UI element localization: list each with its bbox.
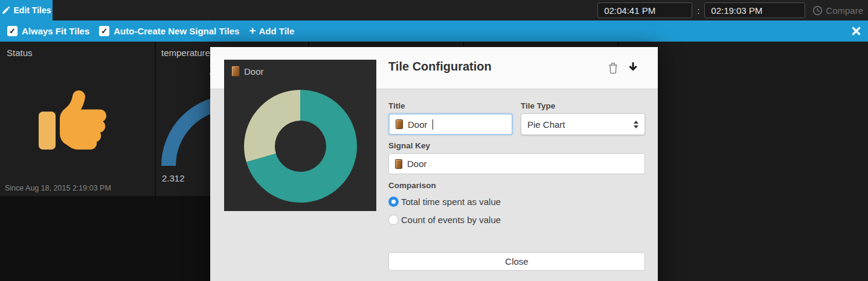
status-tile-title: Status (7, 48, 33, 58)
clock-icon (812, 5, 823, 16)
title-input-value: Door (408, 119, 428, 130)
signal-key-label: Signal Key (388, 141, 430, 150)
edit-tiles-screen: Edit Tiles 02:04:41 PM : 02:19:03 PM Com… (0, 0, 868, 281)
door-emoji (395, 159, 402, 169)
close-edit-mode-button[interactable] (852, 27, 861, 36)
donut-hole (275, 121, 326, 172)
radio-total-time-spent[interactable]: Total time spent as value (388, 197, 501, 207)
tile-type-label: Tile Type (521, 101, 555, 110)
dashboard-canvas: Status Since Aug 18, 2015 2:19:03 PM tem… (0, 42, 868, 281)
checkbox-icon: ✓ (99, 26, 109, 36)
top-bar: Edit Tiles 02:04:41 PM : 02:19:03 PM Com… (0, 0, 868, 21)
modal-title: Tile Configuration (388, 60, 492, 74)
signal-key-value: Door (407, 159, 427, 169)
time-range-controls: 02:04:41 PM : 02:19:03 PM Compare (597, 0, 868, 21)
time-separator: : (697, 5, 699, 16)
pie-tile-preview: Door (224, 60, 376, 211)
trash-icon (609, 63, 617, 74)
door-emoji (396, 119, 403, 129)
end-time-input[interactable]: 02:19:03 PM (704, 2, 805, 18)
signal-key-input[interactable]: Door (388, 153, 645, 174)
pencil-icon (2, 6, 10, 14)
plus-icon: + (249, 25, 256, 36)
compare-label: Compare (826, 5, 863, 16)
tile-configuration-modal: Tile Configuration Door (210, 47, 658, 281)
always-fit-tiles-checkbox[interactable]: ✓ Always Fit Tiles (7, 26, 89, 36)
tile-type-value: Pie Chart (527, 119, 565, 130)
preview-tile-title: Door (231, 66, 264, 77)
thumbs-up-emoji (39, 86, 106, 154)
title-input[interactable]: Door (388, 113, 513, 135)
auto-create-tiles-label: Auto-Create New Signal Tiles (114, 26, 239, 36)
select-arrows-icon (634, 121, 638, 128)
radio-icon (388, 197, 399, 207)
start-time-input[interactable]: 02:04:41 PM (597, 2, 692, 18)
x-icon (854, 28, 860, 34)
add-tile-label: Add Tile (259, 26, 294, 36)
download-tile-button[interactable] (628, 62, 638, 74)
title-label: Title (388, 101, 405, 110)
radio-count-events-label: Count of events by value (401, 215, 501, 225)
status-tile-since-text: Since Aug 18, 2015 2:19:03 PM (5, 184, 111, 192)
edit-toolbar: ✓ Always Fit Tiles ✓ Auto-Create New Sig… (0, 21, 868, 42)
radio-total-time-label: Total time spent as value (401, 197, 501, 207)
auto-create-tiles-checkbox[interactable]: ✓ Auto-Create New Signal Tiles (99, 26, 239, 36)
edit-tiles-tab[interactable]: Edit Tiles (0, 0, 53, 21)
add-tile-button[interactable]: + Add Tile (249, 26, 294, 36)
delete-tile-button[interactable] (608, 62, 619, 74)
radio-icon (388, 215, 399, 225)
compare-button[interactable]: Compare (812, 5, 863, 16)
door-emoji (231, 66, 240, 77)
temperature-gauge-label: 2.312 (162, 173, 185, 183)
status-tile[interactable]: Status Since Aug 18, 2015 2:19:03 PM (0, 42, 155, 196)
close-modal-button[interactable]: Close (388, 252, 645, 271)
arrow-down-icon (630, 63, 635, 70)
checkbox-icon: ✓ (7, 26, 18, 36)
radio-count-of-events[interactable]: Count of events by value (388, 215, 501, 225)
edit-tiles-label: Edit Tiles (14, 5, 51, 15)
comparison-label: Comparison (388, 181, 436, 190)
tile-type-select[interactable]: Pie Chart (521, 113, 645, 135)
text-caret (432, 119, 433, 130)
always-fit-tiles-label: Always Fit Tiles (22, 26, 89, 36)
